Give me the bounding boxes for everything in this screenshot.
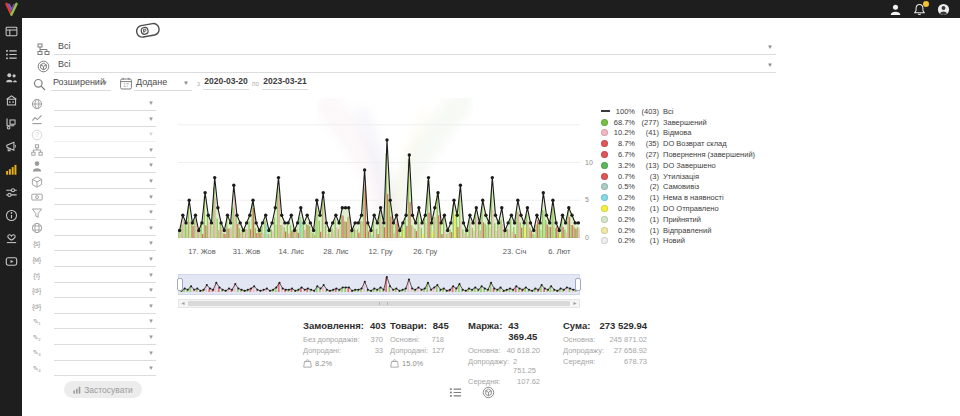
chevron-down-icon[interactable]: ▼ (767, 62, 773, 68)
filter-select[interactable] (54, 331, 156, 345)
sidebar-item-dashboard[interactable] (4, 24, 18, 38)
filter-row-token-12: {d¹}▼ (30, 284, 156, 298)
chevron-down-icon[interactable]: ▼ (148, 365, 154, 371)
filter-select[interactable] (54, 253, 156, 267)
legend-item[interactable]: 100%(403)Всі (601, 106, 791, 117)
filter-select[interactable] (54, 159, 156, 173)
legend-item[interactable]: 6.7%(27)Повернення (завершений) (601, 149, 791, 160)
date-field-select[interactable]: Додане ▼ (134, 76, 192, 91)
user-icon (889, 3, 902, 16)
legend-item[interactable]: 10.2%(41)Відмова (601, 128, 791, 139)
sidebar-item-analytics-bars[interactable] (4, 162, 18, 176)
filter-select[interactable] (54, 284, 156, 298)
chevron-down-icon[interactable]: ▼ (148, 303, 154, 309)
chevron-down-icon[interactable]: ▼ (148, 147, 154, 153)
scrollbar-thumb[interactable] (188, 301, 570, 306)
filter-select[interactable] (54, 144, 156, 158)
filter-select[interactable] (54, 191, 156, 205)
stat-sub-value: 40 618.20 (507, 346, 540, 355)
status-filter-select[interactable]: Всі ▼ (54, 40, 776, 55)
account-icon[interactable] (937, 3, 950, 16)
scroll-right-arrow-icon[interactable]: ► (571, 300, 579, 307)
filter-select[interactable] (54, 175, 156, 189)
legend-item[interactable]: 68.7%(277)Завершений (601, 117, 791, 128)
legend-item[interactable]: 0.2%(1)DO Отправлено (601, 203, 791, 214)
legend-item[interactable]: 8.7%(35)DO Возврат склад (601, 138, 791, 149)
search-mode-select[interactable]: Розширений ▼ (51, 76, 111, 91)
product-filter-select[interactable]: Всі ▼ (54, 58, 776, 73)
clients-icon (5, 71, 18, 84)
chevron-down-icon[interactable]: ▼ (148, 318, 154, 324)
chevron-down-icon[interactable]: ▼ (148, 162, 154, 168)
chevron-down-icon[interactable]: ▼ (148, 209, 154, 215)
filter-select[interactable] (54, 269, 156, 283)
app-logo-icon[interactable] (4, 2, 19, 17)
legend-item[interactable]: 0.7%(3)Утилізація (601, 171, 791, 182)
date-to-input[interactable]: 2023-03-21 (262, 76, 308, 90)
chevron-down-icon[interactable]: ▼ (183, 80, 189, 86)
sidebar-item-info[interactable] (4, 208, 18, 222)
legend-item[interactable]: 0.5%(2)Самовивіз (601, 182, 791, 193)
chevron-down-icon[interactable]: ▼ (148, 131, 154, 137)
sidebar-item-supply-cart[interactable] (4, 116, 18, 130)
legend-item[interactable]: 0.2%(1)Відправлений (601, 225, 791, 236)
account-icon (937, 3, 950, 16)
filter-select[interactable] (54, 300, 156, 314)
filter-select[interactable] (54, 347, 156, 361)
hierarchy-icon (31, 144, 43, 156)
legend-percent: 0.2% (611, 226, 635, 235)
sidebar-item-marketing-megaphone[interactable] (4, 139, 18, 153)
chevron-down-icon[interactable]: ▼ (148, 194, 154, 200)
chevron-down-icon[interactable]: ▼ (148, 287, 154, 293)
user-icon[interactable] (889, 3, 902, 16)
notifications-bell-icon[interactable] (913, 3, 926, 16)
orders-list-icon (5, 48, 18, 61)
sidebar-item-video-tutorials[interactable] (4, 254, 18, 268)
filter-select[interactable] (54, 128, 156, 142)
chevron-down-icon[interactable]: ▼ (148, 100, 154, 106)
range-handle-left[interactable] (177, 278, 183, 291)
legend-count: (1) (635, 226, 659, 235)
filter-select[interactable] (54, 362, 156, 376)
chevron-down-icon[interactable]: ▼ (767, 44, 773, 50)
filter-select[interactable] (54, 315, 156, 329)
range-handle-right[interactable] (575, 278, 581, 291)
legend-percent: 8.7% (611, 139, 635, 148)
x-axis-ticks: 17. Жов31. Жов14. Лис28. Лис12. Гру26. Г… (178, 247, 580, 257)
sidebar-item-orders-list[interactable] (4, 47, 18, 61)
legend-item[interactable]: 0.2%(1)Прийнятий (601, 214, 791, 225)
sidebar-item-partners[interactable] (4, 231, 18, 245)
scroll-left-arrow-icon[interactable]: ◄ (179, 300, 187, 307)
apply-filters-button[interactable]: Застосувати (64, 381, 142, 398)
legend-percent: 0.2% (611, 193, 635, 202)
chevron-down-icon[interactable]: ▼ (148, 178, 154, 184)
x-tick-label: 17. Жов (188, 247, 216, 256)
chevron-down-icon[interactable]: ▼ (148, 272, 154, 278)
chevron-down-icon[interactable]: ▼ (148, 334, 154, 340)
chevron-down-icon[interactable]: ▼ (102, 80, 108, 86)
chevron-down-icon[interactable]: ▼ (148, 116, 154, 122)
legend-item[interactable]: 0.2%(1)Новий (601, 236, 791, 247)
chevron-down-icon[interactable]: ▼ (148, 350, 154, 356)
chevron-down-icon[interactable]: ▼ (148, 225, 154, 231)
chart-range-navigator[interactable] (178, 274, 580, 295)
date-from-input[interactable]: 2020-03-20 (203, 76, 249, 90)
legend-item[interactable]: 3.2%(13)DO Завершено (601, 160, 791, 171)
filter-select[interactable] (54, 113, 156, 127)
filter-select[interactable] (54, 222, 156, 236)
orders-dynamics-chart[interactable] (178, 103, 580, 238)
filter-select[interactable] (54, 206, 156, 220)
filter-select[interactable] (54, 97, 156, 111)
chevron-down-icon[interactable]: ▼ (148, 256, 154, 262)
legend-item[interactable]: 0.2%(1)Нема в наявності (601, 192, 791, 203)
legend-count: (1) (635, 236, 659, 245)
globe-icon (30, 97, 43, 110)
product-view-icon[interactable] (481, 385, 495, 399)
chart-scrollbar[interactable]: ◄ ► (178, 299, 580, 308)
chevron-down-icon[interactable]: ▼ (148, 240, 154, 246)
list-view-icon[interactable] (448, 385, 462, 399)
sidebar-item-clients[interactable] (4, 70, 18, 84)
sidebar-item-settings-sliders[interactable] (4, 185, 18, 199)
filter-select[interactable] (54, 237, 156, 251)
sidebar-item-store[interactable] (4, 93, 18, 107)
